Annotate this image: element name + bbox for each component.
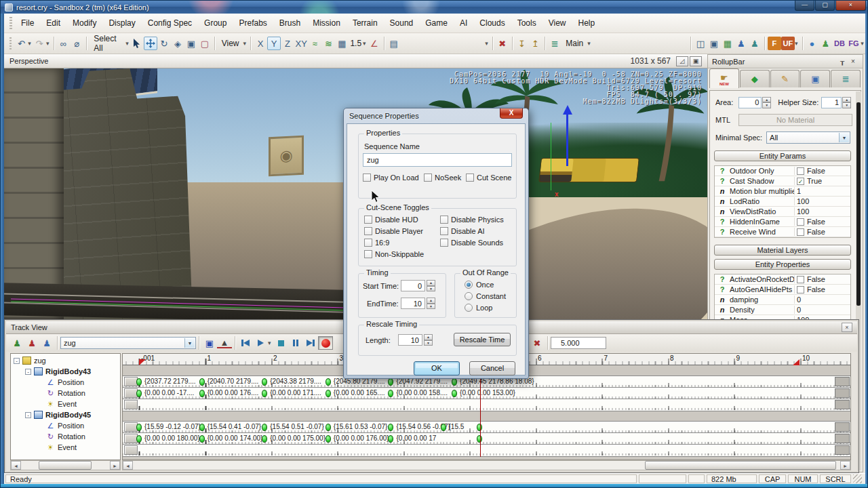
- length-input[interactable]: 10: [398, 334, 422, 346]
- property-row[interactable]: ?ActivateOnRocketDFalse: [715, 274, 850, 285]
- area-spinner[interactable]: ▲▼: [762, 97, 771, 108]
- tab-terrain[interactable]: ◆: [740, 70, 770, 87]
- helper-size-input[interactable]: 1: [821, 97, 842, 108]
- keyframe[interactable]: [136, 378, 142, 386]
- tree-expand-icon[interactable]: -: [25, 412, 31, 418]
- tree-node-rigidbody43[interactable]: -RigidBody43: [11, 366, 120, 377]
- scroll-right-icon[interactable]: ►: [840, 461, 850, 470]
- uf-editor-button[interactable]: UF: [781, 37, 795, 50]
- go-to-end-button[interactable]: [303, 336, 318, 350]
- checkbox-icon[interactable]: [364, 239, 372, 247]
- area-select-icon[interactable]: ▢: [198, 37, 212, 50]
- undo-icon[interactable]: ↶: [14, 37, 28, 50]
- close-button[interactable]: ×: [835, 1, 866, 11]
- current-layer-dropdown[interactable]: Main: [561, 39, 587, 48]
- menu-file[interactable]: File: [15, 16, 40, 30]
- layer-list-icon[interactable]: ▤: [387, 37, 401, 50]
- redo-icon[interactable]: ↷: [33, 37, 46, 50]
- tree-expand-icon[interactable]: -: [14, 358, 20, 364]
- tab-modelling[interactable]: ✎: [770, 70, 800, 87]
- checkbox-icon[interactable]: [363, 174, 371, 182]
- menu-sound[interactable]: Sound: [384, 16, 420, 30]
- title-bar[interactable]: resort.cry - Sandbox 2 (tm) (x64 Edition…: [1, 1, 868, 14]
- lane-header[interactable]: [124, 388, 138, 398]
- sequence-end-marker[interactable]: [793, 359, 800, 365]
- redo-caret[interactable]: ▾: [46, 40, 51, 47]
- keyframe[interactable]: [136, 424, 142, 431]
- checkbox-disable-player[interactable]: Disable Player: [364, 227, 423, 235]
- property-row[interactable]: ?HiddenInGameFalse: [715, 217, 850, 227]
- cancel-button[interactable]: Cancel: [469, 361, 515, 375]
- scroll-right-icon[interactable]: ►: [110, 461, 120, 470]
- property-row[interactable]: ?AutoGenAIHidePtsFalse: [715, 285, 850, 295]
- track-lane-rigidbody45-rotation[interactable]: {0.00 0.00 180.00}{0.00 0.00 174.00}{0.0…: [123, 433, 850, 445]
- layers-stack-icon[interactable]: ≣: [548, 37, 561, 50]
- sequence-combo[interactable]: zug ▼: [60, 337, 196, 349]
- delete-key-icon[interactable]: ✖: [530, 336, 545, 350]
- toolbar-grip[interactable]: [9, 17, 12, 29]
- menu-view[interactable]: View: [542, 16, 572, 30]
- checkbox-icon[interactable]: [440, 227, 448, 235]
- menu-display[interactable]: Display: [102, 16, 141, 30]
- keyframe[interactable]: [452, 378, 457, 386]
- menu-prefabs[interactable]: Prefabs: [233, 16, 273, 30]
- checkbox-icon[interactable]: [466, 174, 474, 182]
- start-time-spinner[interactable]: ▲▼: [427, 280, 435, 291]
- flowgraph-button[interactable]: FG: [847, 37, 861, 50]
- scrollbar-thumb[interactable]: [856, 102, 861, 306]
- axis-xy-button[interactable]: XY: [294, 37, 308, 50]
- select-cursor-icon[interactable]: [130, 37, 144, 50]
- menu-tools[interactable]: Tools: [511, 16, 542, 30]
- checkbox-disable-ai[interactable]: Disable AI: [440, 227, 485, 235]
- checkbox-cut-scene[interactable]: Cut Scene: [466, 174, 511, 182]
- tree-expand-icon[interactable]: -: [25, 369, 31, 375]
- select-object-icon[interactable]: ▣: [184, 37, 198, 50]
- radio-once[interactable]: Once: [465, 281, 494, 289]
- property-row[interactable]: ?Outdoor OnlyFalse: [715, 166, 850, 176]
- track-lane-rigidbody43-rotation[interactable]: {0.00 0.00 -17....{0.00 0.00 176....{0.0…: [123, 388, 850, 399]
- rotate-tool-icon[interactable]: ↻: [157, 37, 171, 50]
- pin-icon[interactable]: ┰: [837, 57, 848, 66]
- checkbox-non-skippable[interactable]: Non-Skippable: [364, 250, 424, 258]
- grid-snap-icon[interactable]: ▦: [335, 37, 349, 50]
- property-checkbox[interactable]: [797, 228, 804, 236]
- checkbox-icon[interactable]: [424, 174, 432, 182]
- rescale-time-button[interactable]: Rescale Time: [454, 333, 511, 346]
- avatar-monitor-icon[interactable]: ♟: [734, 37, 748, 50]
- editors-caret[interactable]: ▾: [795, 40, 800, 47]
- keyframe[interactable]: [136, 390, 142, 397]
- rollupbar-titlebar[interactable]: RollupBar ┰ ×: [708, 55, 863, 68]
- node-list-icon[interactable]: ♟: [39, 336, 54, 350]
- property-row[interactable]: nDensity0: [715, 305, 850, 315]
- keyframe[interactable]: [326, 378, 331, 386]
- maximize-button[interactable]: ▢: [815, 1, 835, 11]
- tree-node-event[interactable]: ☀Event: [11, 399, 120, 409]
- tab-display[interactable]: ▣: [800, 70, 830, 87]
- checkbox-icon[interactable]: [364, 227, 372, 235]
- snap-view-icon[interactable]: ◫: [694, 37, 707, 50]
- radio-icon[interactable]: [465, 304, 473, 312]
- mtl-field[interactable]: No Material: [738, 114, 852, 126]
- undo-caret[interactable]: ▾: [28, 40, 33, 47]
- unlink-icon[interactable]: ⌀: [70, 37, 83, 50]
- menu-game[interactable]: Game: [419, 16, 454, 30]
- sequence-start-marker[interactable]: [139, 359, 146, 365]
- menu-terrain[interactable]: Terrain: [347, 16, 384, 30]
- length-spinner[interactable]: ▲▼: [424, 334, 433, 346]
- checkbox-noseek[interactable]: NoSeek: [424, 174, 461, 182]
- ok-button[interactable]: OK: [414, 361, 460, 375]
- menu-brush[interactable]: Brush: [273, 16, 307, 30]
- viewport-restore-icon[interactable]: ▣: [690, 56, 702, 66]
- track-lane-rigidbody45-event[interactable]: [123, 445, 850, 456]
- scrollbar-thumb[interactable]: [39, 461, 92, 470]
- lane-header[interactable]: [124, 445, 138, 455]
- character-editor-icon[interactable]: ♟: [818, 37, 832, 50]
- checkbox-icon[interactable]: [364, 250, 372, 258]
- angle-snap-icon[interactable]: ∠: [368, 37, 381, 50]
- radio-icon[interactable]: [465, 292, 473, 300]
- timeline-hscrollbar[interactable]: ◄ ►: [122, 460, 851, 470]
- property-row[interactable]: nViewDistRatio100: [715, 207, 850, 217]
- keyframe[interactable]: [199, 390, 205, 397]
- menu-clouds[interactable]: Clouds: [473, 16, 511, 30]
- keyframe[interactable]: [199, 424, 205, 431]
